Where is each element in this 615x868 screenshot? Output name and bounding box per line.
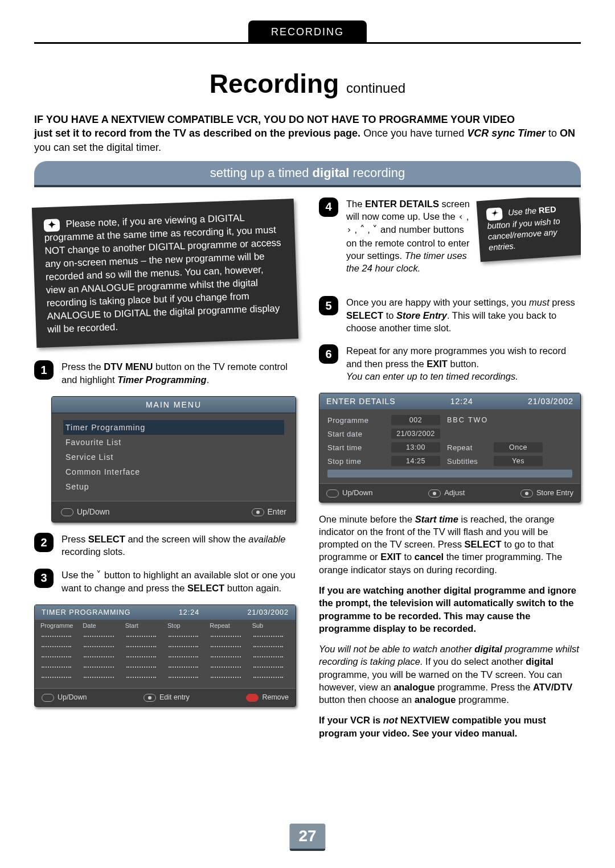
intro-line2f: you can set the digital timer. <box>34 142 161 153</box>
footer-right: Store Entry <box>520 488 573 497</box>
step-1: 1 Press the DTV MENU button on the TV re… <box>34 360 296 386</box>
ed-label: Programme <box>327 416 384 425</box>
step-number: 4 <box>319 198 338 217</box>
ed-value[interactable]: 13:00 <box>391 442 440 452</box>
timer-programming-panel: TIMER PROGRAMMING 12:24 21/03/2002 Progr… <box>34 604 296 707</box>
ed-value[interactable]: 002 <box>391 415 440 425</box>
title-main: Recording <box>210 69 339 98</box>
step-text: Use the ˅ button to highlight an availab… <box>62 569 296 595</box>
step-text: The ENTER DETAILS screen will now come u… <box>346 198 474 275</box>
ed-value[interactable]: Yes <box>494 456 543 466</box>
right-column: ✦ Use the RED button if you wish to canc… <box>319 198 581 747</box>
table-row[interactable] <box>40 632 290 640</box>
footer-left: Up/Down <box>42 693 87 702</box>
tp-title: TIMER PROGRAMMING <box>42 608 131 616</box>
ed-row-programme: Programme 002 BBC TWO <box>327 415 572 425</box>
table-row[interactable] <box>40 653 290 661</box>
step-5: 5 Once you are happy with your settings,… <box>319 296 581 334</box>
remove-icon <box>246 694 259 702</box>
col-header: Programme <box>40 622 78 629</box>
title-continued: continued <box>346 80 405 96</box>
intro-line2d: to <box>548 127 560 139</box>
section-bar: setting up a timed digital recording <box>34 161 581 187</box>
step-number: 3 <box>34 569 54 588</box>
footer-right: Remove <box>246 693 289 702</box>
star-icon: ✦ <box>44 219 60 232</box>
intro-line2c: VCR sync Timer <box>467 127 546 139</box>
para-3: You will not be able to watch another di… <box>319 643 581 706</box>
table-row[interactable] <box>40 673 290 681</box>
updown-icon <box>61 508 73 516</box>
adjust-icon <box>428 489 441 497</box>
ed-label: Stop time <box>327 457 384 466</box>
para-4: If your VCR is not NEXTVIEW compatible y… <box>319 714 581 739</box>
para-2: If you are watching another digital prog… <box>319 584 581 635</box>
edit-icon <box>144 694 156 702</box>
menu-item[interactable]: Favourite List <box>63 435 284 450</box>
tp-header: TIMER PROGRAMMING 12:24 21/03/2002 <box>35 605 296 620</box>
columns: ✦ Please note, if you are viewing a DIGI… <box>34 198 581 747</box>
col-header: Stop <box>167 622 205 629</box>
col-header: Date <box>83 622 120 629</box>
ed-footer: Up/Down Adjust Store Entry <box>319 483 580 502</box>
step-6: 6 Repeat for any more programmes you wis… <box>319 344 581 382</box>
step-4: 4 The ENTER DETAILS screen will now come… <box>319 198 474 275</box>
section-pre: setting up a timed <box>210 166 313 180</box>
ed-value[interactable]: Once <box>494 442 543 452</box>
table-row[interactable] <box>40 643 290 651</box>
ed-label: Subtitles <box>447 457 487 466</box>
footer-left: Up/Down <box>326 488 372 497</box>
intro-line2e: ON <box>560 127 575 139</box>
enter-details-panel: ENTER DETAILS 12:24 21/03/2002 Programme… <box>319 393 581 503</box>
section-bold: digital <box>313 166 350 180</box>
store-icon <box>520 489 533 497</box>
ed-row-startdate: Start date 21/03/2002 <box>327 429 572 439</box>
step-text: Press the DTV MENU button on the TV remo… <box>62 360 296 386</box>
col-header: Sub <box>252 622 290 629</box>
panel-body: Timer Programming Favourite List Service… <box>52 413 296 501</box>
ed-spacer <box>327 470 572 478</box>
step-post: You can enter up to ten timed recordings… <box>346 371 518 381</box>
page-number: 27 <box>289 824 325 851</box>
ed-time: 12:24 <box>450 397 473 406</box>
menu-item[interactable]: Timer Programming <box>63 420 284 435</box>
tab-header: RECORDING <box>248 20 367 44</box>
main-menu-panel: MAIN MENU Timer Programming Favourite Li… <box>51 396 296 523</box>
tp-time: 12:24 <box>179 608 199 616</box>
step-number: 6 <box>319 344 338 364</box>
footer-mid: Edit entry <box>144 693 190 702</box>
small-note-pre: Use the <box>508 206 539 217</box>
section-post: recording <box>352 166 405 180</box>
ed-value[interactable]: 14:25 <box>391 456 440 466</box>
small-note: ✦ Use the RED button if you wish to canc… <box>477 198 581 262</box>
step-number: 1 <box>34 360 54 380</box>
ed-value[interactable]: 21/03/2002 <box>391 429 440 439</box>
intro-paragraph: IF YOU HAVE A NEXTVIEW COMPATIBLE VCR, Y… <box>34 113 581 154</box>
star-icon: ✦ <box>486 207 502 221</box>
table-row[interactable] <box>40 663 290 671</box>
menu-item[interactable]: Setup <box>63 479 284 494</box>
para-1: One minute before the Start time is reac… <box>319 513 581 576</box>
ed-label: Start time <box>327 443 384 452</box>
ed-row-starttime: Start time 13:00 Repeat Once <box>327 442 572 452</box>
ed-title: ENTER DETAILS <box>326 397 396 406</box>
intro-line1: IF YOU HAVE A NEXTVIEW COMPATIBLE VCR, Y… <box>34 114 515 125</box>
left-column: ✦ Please note, if you are viewing a DIGI… <box>34 198 296 747</box>
col-header: Start <box>125 622 163 629</box>
intro-line2b: Once you have turned <box>363 127 467 139</box>
intro-line2a: just set it to record from the TV as des… <box>34 127 360 139</box>
small-note-bold: RED <box>538 204 556 215</box>
menu-item[interactable]: Service List <box>63 450 284 464</box>
panel-title: MAIN MENU <box>52 397 296 413</box>
step-number: 2 <box>34 533 54 552</box>
tp-date: 21/03/2002 <box>247 608 289 616</box>
page-title: Recording continued <box>34 68 581 99</box>
footer-left: Up/Down <box>61 507 110 516</box>
ed-header: ENTER DETAILS 12:24 21/03/2002 <box>319 393 580 409</box>
menu-item[interactable]: Common Interface <box>63 464 284 479</box>
ed-date: 21/03/2002 <box>528 397 573 406</box>
tp-rows <box>35 631 296 688</box>
footer-mid: Adjust <box>428 488 465 497</box>
step-4-wrap: ✦ Use the RED button if you wish to canc… <box>319 198 581 285</box>
ed-body: Programme 002 BBC TWO Start date 21/03/2… <box>319 409 580 483</box>
